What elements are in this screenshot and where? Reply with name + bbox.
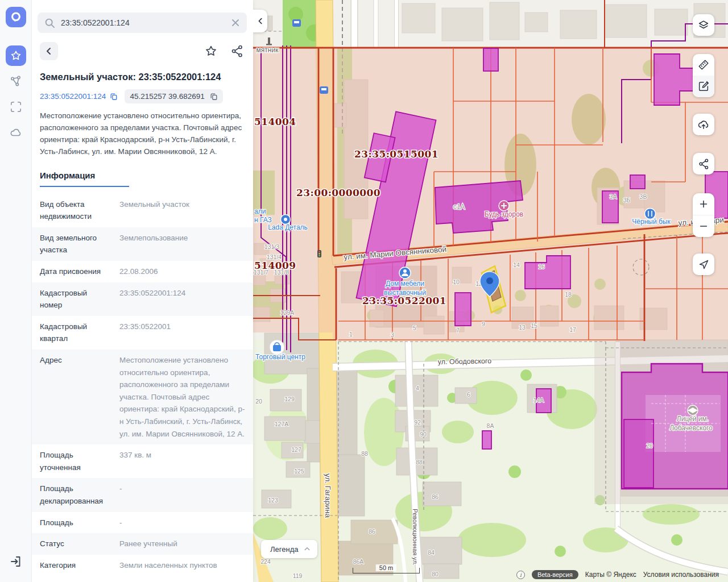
map-label-houses: 90 <box>420 431 427 438</box>
map-label-houses: 125 <box>294 468 304 475</box>
map-label-houses: 7 <box>456 327 460 334</box>
back-button[interactable] <box>40 42 58 60</box>
map-collapse-panel-button[interactable] <box>253 10 267 32</box>
coordinates-chip: 45.215257 39.682691 <box>125 89 222 103</box>
table-row: КатегорияЗемли населенных пунктов <box>32 555 253 576</box>
scale-bar: 50 m <box>353 568 420 573</box>
row-value: Местоположение установлено относительно … <box>110 354 245 440</box>
school-icon <box>688 405 698 415</box>
row-value: 22.08.2006 <box>110 265 245 278</box>
map-label-quarters: 514004 <box>254 116 296 127</box>
share-icon[interactable] <box>230 44 244 58</box>
ruler-button[interactable] <box>693 54 714 76</box>
map-label-houses: 3 <box>391 331 394 338</box>
map-label-pois: Лицей им. <box>677 415 709 423</box>
tab-bar: Информация <box>40 171 253 187</box>
cadastral-number-link[interactable]: 23:35:0522001:124 <box>40 92 118 101</box>
row-label: Площадь <box>40 517 110 529</box>
row-value: Землепользование <box>110 232 245 256</box>
sidebar-rail <box>0 0 32 582</box>
app-logo[interactable] <box>6 7 26 27</box>
map-label-houses: 20 <box>255 398 262 405</box>
coordinates-text: 45.215257 39.682691 <box>130 92 204 101</box>
map-label-pois: выставочный <box>384 289 426 297</box>
map-label-houses: 6 <box>467 391 470 398</box>
table-row: Площадь уточненная337 кв. м <box>32 444 253 478</box>
upload-button[interactable] <box>693 114 714 135</box>
map-svg: 51400423:35:051500123:00:000000051400923… <box>253 0 728 582</box>
map-label-houses: 16 <box>538 263 545 270</box>
identifier-chips: 23:35:0522001:124 45.215257 39.682691 <box>40 89 245 103</box>
exit-button[interactable] <box>9 555 23 571</box>
network-icon <box>10 75 22 88</box>
map-label-houses: 20 <box>646 442 653 449</box>
map-label-pois: али <box>254 207 266 215</box>
map-label-quarters: 23:35:0522001 <box>362 295 446 306</box>
map-label-houses: 18 <box>565 291 572 298</box>
row-label: Вид объекта недвижимости <box>40 198 110 223</box>
row-label: Кадастровый номер <box>40 287 110 311</box>
cadastral-number-text: 23:35:0522001:124 <box>40 92 106 101</box>
row-label: Статус <box>40 538 110 550</box>
legend-button[interactable]: Легенда <box>261 540 317 558</box>
sidebar-item-area-select[interactable] <box>6 97 26 117</box>
zoom-in-button[interactable] <box>693 193 714 215</box>
map-label-houses: 14 <box>513 261 520 268</box>
row-label: Кадастровый квартал <box>40 321 110 345</box>
row-label: Категория <box>40 559 110 572</box>
copy-icon[interactable] <box>210 93 218 101</box>
zoom-out-button[interactable] <box>693 215 714 237</box>
map-label-streets: Революционная ул. <box>412 509 419 566</box>
legend-label: Легенда <box>270 545 298 554</box>
map-label-houses: 86 <box>432 493 439 500</box>
yandex-copyright-link[interactable]: Карты © Яндекс <box>585 571 636 579</box>
search-icon <box>44 18 55 28</box>
map-label-pois: Дом мебели <box>386 280 424 288</box>
map-label-houses: 131/7 <box>254 269 268 276</box>
chevron-up-icon <box>304 546 311 552</box>
panel-header <box>40 42 244 60</box>
map-label-houses: 13 <box>519 324 526 331</box>
map-label-houses: 15 <box>531 322 537 329</box>
layers-icon <box>697 19 710 31</box>
layers-button[interactable] <box>693 14 714 36</box>
bus-stop-icon <box>320 86 328 94</box>
row-label: Дата присвоения <box>40 265 110 278</box>
terms-link[interactable]: Условия использования <box>643 571 719 579</box>
map-label-houses: 88 <box>416 459 423 465</box>
sidebar-item-cloud[interactable] <box>6 122 26 143</box>
row-value: Ранее учтенный <box>110 538 245 550</box>
map-canvas[interactable]: 51400423:35:051500123:00:000000051400923… <box>253 0 728 582</box>
map-label-pois: Lada Деталь <box>268 223 308 231</box>
sidebar-item-objects[interactable] <box>6 71 26 92</box>
sidebar-item-favorites[interactable] <box>6 45 26 66</box>
selection-frame-icon <box>10 101 22 113</box>
auto-parts-icon <box>281 215 291 225</box>
edit-polygon-button[interactable] <box>693 76 714 97</box>
copy-icon[interactable] <box>110 93 118 101</box>
table-row: СтатусРанее учтенный <box>32 533 253 555</box>
map-label-houses: 1 <box>349 331 353 338</box>
map-label-houses: 80 <box>432 571 439 577</box>
map-share-button[interactable] <box>693 153 714 174</box>
location-description: Местоположение установлено относительно … <box>40 110 245 158</box>
ruler-icon <box>697 59 710 71</box>
search-input[interactable] <box>61 18 225 27</box>
chevron-left-icon <box>44 47 53 56</box>
favorite-star-icon[interactable] <box>204 44 218 58</box>
table-row: Вид объекта недвижимостиЗемельный участо… <box>32 194 253 227</box>
map-label-quarters: 23:35:0515001 <box>354 148 439 160</box>
tab-information[interactable]: Информация <box>40 171 129 187</box>
scale-label: 50 m <box>376 564 396 571</box>
map-label-houses: 3В <box>640 193 647 200</box>
map-label-houses: 14А <box>533 397 544 404</box>
logo-icon <box>10 11 22 23</box>
map-label-houses: 86А <box>353 558 364 565</box>
map-label-houses: 84 <box>428 549 435 556</box>
locate-button[interactable] <box>693 253 714 275</box>
row-label: Адрес <box>40 354 110 440</box>
info-icon[interactable]: i <box>516 571 525 579</box>
clear-search-icon[interactable] <box>231 18 240 27</box>
bus-stop-icon <box>292 19 301 27</box>
map-label-houses: 224 <box>260 558 271 565</box>
